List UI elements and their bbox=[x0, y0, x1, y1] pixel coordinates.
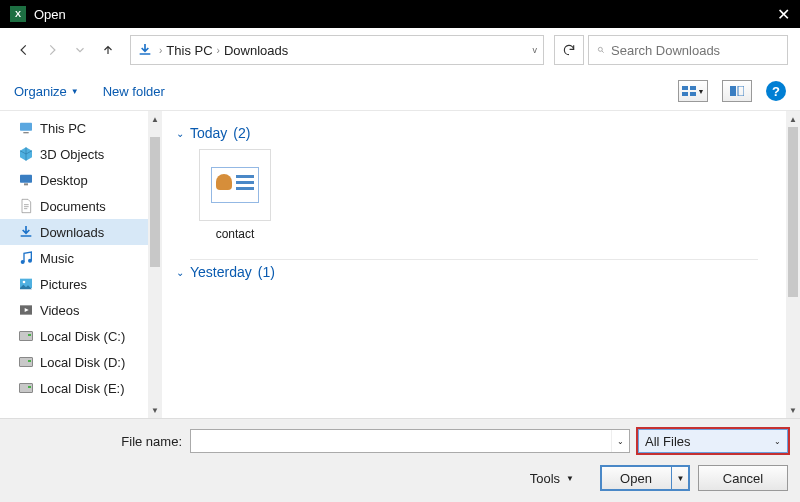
preview-pane-button[interactable] bbox=[722, 80, 752, 102]
open-dropdown-button[interactable]: ▼ bbox=[671, 466, 689, 490]
svg-rect-10 bbox=[24, 183, 28, 185]
organize-label: Organize bbox=[14, 84, 67, 99]
filename-input[interactable] bbox=[191, 434, 611, 449]
downloads-icon bbox=[18, 224, 34, 240]
organize-button[interactable]: Organize ▼ bbox=[14, 84, 79, 99]
cancel-label: Cancel bbox=[723, 471, 763, 486]
window-title: Open bbox=[34, 7, 762, 22]
desktop-icon bbox=[18, 172, 34, 188]
tree-label: 3D Objects bbox=[40, 147, 104, 162]
chevron-down-icon: ⌄ bbox=[774, 437, 781, 446]
sidebar: This PC 3D Objects Desktop Documents Dow… bbox=[0, 111, 162, 418]
tree-label: This PC bbox=[40, 121, 86, 136]
tree-label: Documents bbox=[40, 199, 106, 214]
svg-rect-1 bbox=[682, 86, 688, 90]
svg-rect-9 bbox=[20, 175, 32, 183]
svg-rect-7 bbox=[20, 123, 32, 131]
svg-rect-6 bbox=[738, 86, 744, 96]
tree-label: Pictures bbox=[40, 277, 87, 292]
drive-icon bbox=[18, 328, 34, 344]
chevron-down-icon: ⌄ bbox=[176, 267, 184, 278]
content-scrollbar[interactable]: ▲ ▼ bbox=[786, 111, 800, 418]
tree-item-local-disk-c[interactable]: Local Disk (C:) bbox=[0, 323, 148, 349]
tree-label: Downloads bbox=[40, 225, 104, 240]
svg-point-12 bbox=[28, 259, 32, 263]
document-icon bbox=[18, 198, 34, 214]
tree-item-videos[interactable]: Videos bbox=[0, 297, 148, 323]
filetype-value: All Files bbox=[645, 434, 691, 449]
videos-icon bbox=[18, 302, 34, 318]
open-button[interactable]: Open ▼ bbox=[600, 465, 690, 491]
chevron-right-icon[interactable]: › bbox=[159, 45, 162, 56]
tree-item-music[interactable]: Music bbox=[0, 245, 148, 271]
tree-item-this-pc[interactable]: This PC bbox=[0, 115, 148, 141]
scroll-up-icon[interactable]: ▲ bbox=[786, 111, 800, 127]
breadcrumb: › This PC › Downloads bbox=[159, 43, 288, 58]
search-input[interactable] bbox=[611, 43, 779, 58]
back-button[interactable] bbox=[12, 38, 36, 62]
tree-label: Videos bbox=[40, 303, 80, 318]
svg-point-11 bbox=[21, 260, 25, 264]
forward-button[interactable] bbox=[40, 38, 64, 62]
recent-locations-button[interactable] bbox=[68, 38, 92, 62]
chevron-right-icon[interactable]: › bbox=[217, 45, 220, 56]
tools-button[interactable]: Tools ▼ bbox=[530, 471, 574, 486]
scroll-down-icon[interactable]: ▼ bbox=[786, 402, 800, 418]
group-today[interactable]: ⌄ Today (2) bbox=[176, 125, 772, 141]
cancel-button[interactable]: Cancel bbox=[698, 465, 788, 491]
open-label: Open bbox=[620, 471, 652, 486]
search-box[interactable] bbox=[588, 35, 788, 65]
tree-item-downloads[interactable]: Downloads bbox=[0, 219, 148, 245]
scroll-thumb[interactable] bbox=[150, 137, 160, 267]
music-icon bbox=[18, 250, 34, 266]
file-list-area: ⌄ Today (2) contact ⌄ Yesterday (1) ▲ bbox=[162, 111, 800, 418]
address-dropdown-button[interactable]: v bbox=[533, 45, 538, 55]
svg-rect-4 bbox=[690, 92, 696, 96]
svg-rect-8 bbox=[23, 132, 28, 133]
group-label: Today bbox=[190, 125, 227, 141]
tree-label: Local Disk (E:) bbox=[40, 381, 125, 396]
help-button[interactable]: ? bbox=[766, 81, 786, 101]
sidebar-scrollbar[interactable]: ▲ ▼ bbox=[148, 111, 162, 418]
breadcrumb-this-pc[interactable]: This PC bbox=[166, 43, 212, 58]
cube-icon bbox=[18, 146, 34, 162]
tree-item-local-disk-d[interactable]: Local Disk (D:) bbox=[0, 349, 148, 375]
filetype-dropdown[interactable]: All Files ⌄ bbox=[638, 429, 788, 453]
filename-dropdown-button[interactable]: ⌄ bbox=[611, 430, 629, 452]
chevron-down-icon: ▼ bbox=[566, 474, 574, 483]
group-count: (1) bbox=[258, 264, 275, 280]
scroll-thumb[interactable] bbox=[788, 127, 798, 297]
chevron-down-icon: ▼ bbox=[698, 88, 705, 95]
svg-point-14 bbox=[23, 281, 26, 284]
breadcrumb-downloads[interactable]: Downloads bbox=[224, 43, 288, 58]
titlebar: X Open ✕ bbox=[0, 0, 800, 28]
tools-label: Tools bbox=[530, 471, 560, 486]
view-mode-button[interactable]: ▼ bbox=[678, 80, 708, 102]
up-button[interactable] bbox=[96, 38, 120, 62]
refresh-button[interactable] bbox=[554, 35, 584, 65]
tree-label: Local Disk (C:) bbox=[40, 329, 125, 344]
thumbnails-icon bbox=[682, 86, 696, 96]
tree-item-pictures[interactable]: Pictures bbox=[0, 271, 148, 297]
tree-item-documents[interactable]: Documents bbox=[0, 193, 148, 219]
tree-item-local-disk-e[interactable]: Local Disk (E:) bbox=[0, 375, 148, 401]
file-contact[interactable]: contact bbox=[190, 149, 280, 241]
address-bar[interactable]: › This PC › Downloads v bbox=[130, 35, 544, 65]
new-folder-button[interactable]: New folder bbox=[103, 84, 165, 99]
preview-icon bbox=[730, 86, 744, 96]
tree-item-desktop[interactable]: Desktop bbox=[0, 167, 148, 193]
contact-icon bbox=[211, 167, 259, 203]
tree-label: Desktop bbox=[40, 173, 88, 188]
file-name: contact bbox=[216, 227, 255, 241]
filename-input-wrapper: ⌄ bbox=[190, 429, 630, 453]
main-area: This PC 3D Objects Desktop Documents Dow… bbox=[0, 110, 800, 418]
scroll-down-icon[interactable]: ▼ bbox=[148, 402, 162, 418]
chevron-down-icon: ▼ bbox=[71, 87, 79, 96]
scroll-up-icon[interactable]: ▲ bbox=[148, 111, 162, 127]
close-button[interactable]: ✕ bbox=[762, 5, 790, 24]
group-yesterday[interactable]: ⌄ Yesterday (1) bbox=[176, 264, 772, 280]
tree-item-3d-objects[interactable]: 3D Objects bbox=[0, 141, 148, 167]
folder-tree: This PC 3D Objects Desktop Documents Dow… bbox=[0, 111, 148, 418]
tree-label: Local Disk (D:) bbox=[40, 355, 125, 370]
svg-point-0 bbox=[598, 47, 602, 51]
